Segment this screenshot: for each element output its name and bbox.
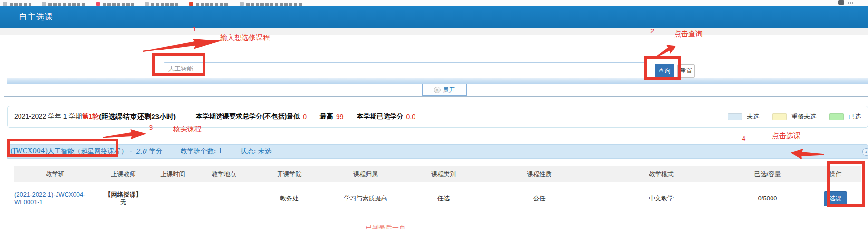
class-table-header: 教学班 上课教师 上课时间 教学地点 开课学院 课程归属 课程类别 课程性质 教…: [14, 166, 861, 182]
legend-label-selected: 已选: [849, 112, 861, 121]
min-credit-value: 0: [303, 113, 307, 120]
col-header-teacher: 上课教师: [96, 166, 151, 182]
col-header-belonging: 课程归属: [326, 166, 405, 182]
highlight-rect-select-button: [827, 161, 865, 207]
legend-swatch-retake: [772, 113, 787, 120]
expand-label: 展开: [443, 86, 455, 94]
annotation-step1-label: 输入想选修课程: [220, 33, 270, 42]
sub-header-strip: [0, 28, 868, 35]
search-panel-footer-bar: [7, 78, 868, 84]
selected-credit-label: 本学期已选学分: [357, 112, 404, 121]
bookmark-item[interactable]: [96, 2, 134, 6]
annotation-step3-label: 核实课程: [173, 125, 202, 134]
course-selection-page: 自主选课 查询 重置 ▾ 展开 2021-2022 学年 1 学期 第1轮 (距…: [0, 0, 868, 229]
max-credit-value: 99: [336, 113, 344, 120]
legend-label-retake: 重修未选: [791, 112, 816, 121]
browser-extension-icon[interactable]: [838, 0, 844, 5]
table-row: (2021-2022-1)-JWCX004-WL0001-1 【网络授课】 无 …: [14, 182, 861, 215]
col-header-place: 教学地点: [195, 166, 253, 182]
annotation-step2-label: 点击查询: [674, 30, 703, 39]
annotation-arrow-1: [142, 35, 223, 55]
cell-capacity: 0/5000: [725, 182, 810, 215]
annotation-step3-number: 3: [149, 123, 153, 131]
course-status: 状态: 未选: [241, 147, 271, 156]
browser-more-icon[interactable]: [848, 2, 854, 4]
teacher-type: 【网络授课】: [105, 191, 142, 199]
highlight-rect-query-button: [644, 56, 681, 80]
chevron-down-circle-icon: ▾: [434, 87, 441, 93]
col-header-capacity: 已选/容量: [725, 166, 810, 182]
selection-round: 第1轮: [82, 112, 99, 121]
search-panel-divider: [7, 61, 868, 61]
course-class-count: 教学班个数: 1: [181, 147, 222, 156]
course-credit: 2.0: [136, 148, 146, 155]
teaching-class-link[interactable]: (2021-2022-1)-JWCX004-WL0001-1: [14, 191, 96, 206]
app-header: 自主选课: [0, 6, 868, 28]
highlight-rect-search-input: [152, 53, 205, 76]
expand-toggle[interactable]: ▾ 展开: [422, 84, 467, 96]
page-icon: [42, 2, 46, 6]
course-search-input[interactable]: [164, 62, 646, 75]
col-header-nature: 课程性质: [482, 166, 597, 182]
bookmark-item[interactable]: [189, 2, 229, 6]
credit-requirement-label: 本学期选课要求总学分(不包括)最低: [196, 112, 300, 121]
col-header-college: 开课学院: [253, 166, 326, 182]
max-credit-label: 最高: [320, 112, 333, 121]
cell-belonging: 学习与素质提高: [326, 182, 405, 215]
red-dot-icon: [96, 2, 100, 6]
bookmark-item[interactable]: [145, 2, 179, 6]
cell-category: 任选: [405, 182, 482, 215]
cell-teacher: 【网络授课】 无: [96, 182, 151, 215]
legend-label-not-selected: 未选: [747, 112, 759, 121]
page-title: 自主选课: [19, 6, 53, 28]
annotation-step1-number: 1: [193, 25, 196, 33]
page-icon: [240, 2, 244, 6]
cell-time: --: [151, 182, 195, 215]
semester-term: 2021-2022 学年 1 学期: [14, 112, 82, 121]
bookmark-item[interactable]: [3, 2, 31, 6]
chevron-up-circle-icon[interactable]: ▴: [862, 148, 868, 156]
selection-countdown: (距选课结束还剩23小时): [99, 112, 176, 121]
col-header-category: 课程类别: [405, 166, 482, 182]
status-legend: 未选 重修未选 已选: [728, 112, 861, 121]
teacher-name: 无: [120, 199, 126, 206]
course-group-bar[interactable]: (JWCX004)人工智能（超星网络课程） - 2.0 学分 教学班个数: 1 …: [7, 144, 868, 159]
legend-swatch-not-selected: [728, 113, 742, 120]
annotation-step4-number: 4: [742, 134, 745, 142]
annotation-arrow-3: [103, 128, 147, 141]
end-of-list-note: 已到最后一页: [366, 224, 405, 229]
col-header-teaching-class: 教学班: [14, 166, 96, 182]
browser-bookmarks-bar: [0, 0, 868, 6]
semester-info-text: 2021-2022 学年 1 学期 第1轮 (距选课结束还剩23小时) 本学期选…: [14, 112, 415, 121]
highlight-rect-course-title: [7, 139, 118, 157]
section-divider: [4, 96, 868, 97]
cell-mode: 中文教学: [597, 182, 725, 215]
cell-nature: 公任: [482, 182, 597, 215]
course-credit-unit: 学分: [149, 147, 163, 156]
selected-credit-value: 0.0: [406, 113, 415, 120]
cell-college: 教务处: [253, 182, 326, 215]
semester-info-panel: 2021-2022 学年 1 学期 第1轮 (距选课结束还剩23小时) 本学期选…: [7, 106, 868, 128]
bookmark-item[interactable]: [240, 2, 303, 6]
annotation-step4-label: 点击选课: [772, 131, 800, 140]
page-icon: [3, 2, 7, 6]
col-header-mode: 教学模式: [597, 166, 725, 182]
annotation-step2-number: 2: [650, 27, 654, 35]
bookmark-item[interactable]: [42, 2, 86, 6]
page-icon: [145, 2, 149, 6]
bilibili-icon: [189, 2, 193, 6]
legend-swatch-selected: [829, 113, 844, 120]
cell-place: --: [195, 182, 253, 215]
col-header-time: 上课时间: [151, 166, 195, 182]
